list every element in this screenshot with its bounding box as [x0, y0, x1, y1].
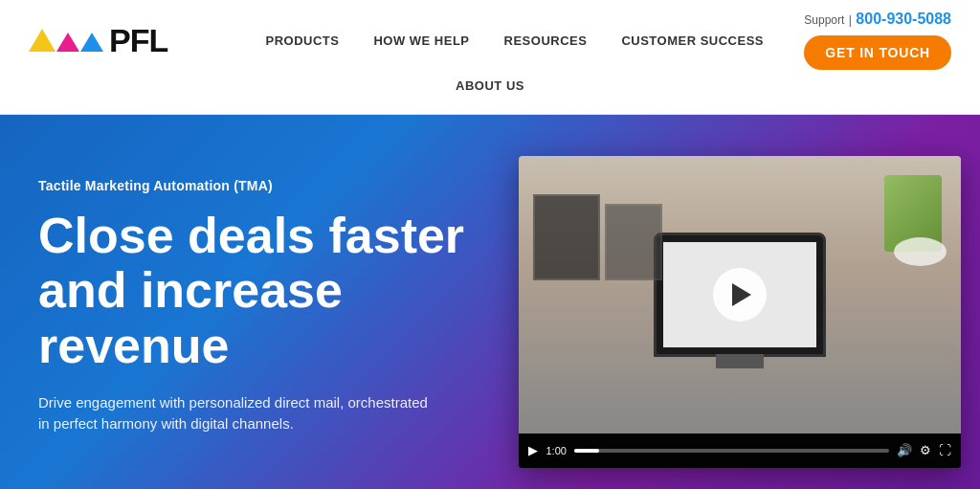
navbar-top: PFL PRODUCTS HOW WE HELP RESOURCES CUSTO…	[0, 0, 980, 69]
hero-right: ▶ 1:00 🔊 ⚙ ⛶	[509, 115, 980, 489]
video-progress-bar[interactable]	[574, 449, 889, 453]
nav-how-we-help[interactable]: HOW WE HELP	[373, 33, 469, 48]
video-thumbnail[interactable]	[519, 156, 961, 433]
art-left	[533, 194, 600, 280]
nav-products[interactable]: PRODUCTS	[265, 33, 339, 48]
volume-icon[interactable]: 🔊	[897, 443, 912, 457]
nav-about-us[interactable]: ABOUT US	[456, 78, 524, 93]
navbar-bottom: ABOUT US	[0, 69, 980, 114]
art-right	[605, 204, 662, 280]
nav-links-top: PRODUCTS HOW WE HELP RESOURCES CUSTOMER …	[167, 33, 804, 48]
hero-subtitle: Tactile Marketing Automation (TMA)	[38, 178, 480, 193]
hero-section: Tactile Marketing Automation (TMA) Close…	[0, 115, 980, 489]
video-controls: ▶ 1:00 🔊 ⚙ ⛶	[519, 433, 961, 468]
video-controls-right: 🔊 ⚙ ⛶	[897, 443, 951, 457]
fullscreen-icon[interactable]: ⛶	[939, 443, 951, 457]
monitor-stand	[716, 354, 764, 368]
triangle-yellow-icon	[29, 29, 56, 52]
get-in-touch-button[interactable]: GET IN TOUCH	[804, 35, 951, 70]
triangle-pink-icon	[56, 33, 79, 52]
plant-pot	[894, 237, 947, 266]
play-icon	[732, 283, 751, 306]
logo-triangles	[29, 29, 103, 52]
hero-description: Drive engagement with personalized direc…	[38, 392, 440, 435]
navbar-right: Support | 800-930-5088 GET IN TOUCH	[804, 11, 951, 70]
hero-title: Close deals faster and increase revenue	[38, 209, 480, 373]
triangle-blue-icon	[80, 33, 103, 52]
settings-icon[interactable]: ⚙	[920, 443, 931, 457]
support-separator: |	[849, 13, 852, 27]
video-player: ▶ 1:00 🔊 ⚙ ⛶	[519, 156, 961, 468]
play-button[interactable]	[713, 268, 767, 322]
support-info: Support | 800-930-5088	[804, 11, 951, 28]
navbar: PFL PRODUCTS HOW WE HELP RESOURCES CUSTO…	[0, 0, 980, 115]
video-time: 1:00	[546, 445, 566, 456]
logo[interactable]: PFL	[29, 22, 167, 59]
hero-left: Tactile Marketing Automation (TMA) Close…	[0, 115, 509, 489]
nav-resources[interactable]: RESOURCES	[504, 33, 588, 48]
play-pause-icon[interactable]: ▶	[528, 443, 538, 457]
nav-customer-success[interactable]: CUSTOMER SUCCESS	[621, 33, 764, 48]
logo-text: PFL	[109, 22, 167, 59]
video-progress-fill	[574, 449, 599, 453]
support-phone[interactable]: 800-930-5088	[856, 11, 951, 27]
support-label: Support	[804, 13, 844, 27]
